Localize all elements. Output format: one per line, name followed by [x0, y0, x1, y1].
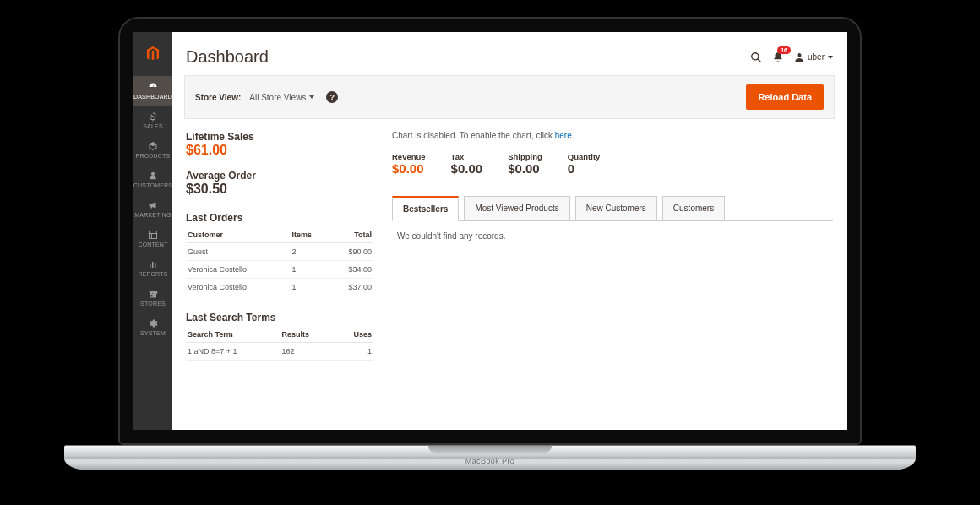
search-icon[interactable]: [750, 52, 762, 63]
kpi-value: $0.00: [451, 161, 483, 176]
dollar-icon: [148, 111, 158, 122]
layout-icon: [148, 230, 158, 240]
cell-customer: Guest: [186, 243, 291, 261]
cell-total: $90.00: [329, 243, 373, 261]
megaphone-icon: [148, 200, 158, 210]
sidebar-item-marketing[interactable]: MARKETING: [133, 194, 172, 224]
laptop-label: MacBook Pro: [466, 457, 514, 465]
tab-body: We couldn't find any records.: [392, 220, 833, 251]
app-root: DASHBOARDSALESPRODUCTSCUSTOMERSMARKETING…: [133, 32, 847, 430]
col-uses: Uses: [335, 327, 373, 343]
kpi-label: Tax: [451, 152, 483, 161]
stats-sidepanel: Lifetime Sales $61.00 Average Order $30.…: [186, 131, 373, 430]
store-view-select[interactable]: All Store Views: [249, 93, 314, 102]
sidebar-item-dashboard[interactable]: DASHBOARD: [133, 76, 172, 106]
sidebar-item-reports[interactable]: REPORTS: [133, 253, 172, 283]
kpi-tax: Tax$0.00: [451, 152, 483, 176]
cell-items: 2: [291, 243, 329, 261]
cell-total: $34.00: [329, 261, 373, 279]
kpi-label: Shipping: [508, 152, 542, 161]
table-header-row: Search Term Results Uses: [186, 327, 373, 343]
sidebar-item-system[interactable]: SYSTEM: [133, 312, 172, 342]
chart-msg-prefix: Chart is disabled. To enable the chart, …: [392, 131, 555, 140]
table-row[interactable]: Guest2$90.00: [186, 243, 373, 261]
kpi-value: $0.00: [508, 161, 542, 176]
storefront-icon: [148, 289, 158, 299]
svg-rect-5: [155, 263, 156, 269]
table-row[interactable]: Veronica Costello1$34.00: [186, 261, 373, 279]
sidebar-item-label: MARKETING: [134, 212, 171, 218]
table-row[interactable]: Veronica Costello1$37.00: [186, 279, 373, 296]
tab-customers[interactable]: Customers: [662, 196, 725, 221]
main-panel: Chart is disabled. To enable the chart, …: [392, 131, 833, 430]
col-items: Items: [291, 227, 329, 243]
last-search-table: Search Term Results Uses 1 aND 8=7 + 116…: [186, 327, 373, 361]
store-view-toolbar: Store View: All Store Views ? Reload Dat…: [184, 75, 835, 119]
tab-bestsellers[interactable]: Bestsellers: [392, 196, 459, 221]
dashboard-content: Lifetime Sales $61.00 Average Order $30.…: [172, 119, 847, 430]
cell-customer: Veronica Costello: [186, 261, 291, 279]
lifetime-sales-value: $61.00: [186, 143, 373, 158]
laptop-deck: MacBook Pro: [64, 445, 916, 470]
average-order-value: $30.50: [186, 182, 373, 197]
col-results: Results: [280, 327, 335, 343]
svg-rect-0: [150, 231, 157, 239]
col-total: Total: [329, 227, 373, 243]
tab-new-customers[interactable]: New Customers: [575, 196, 657, 221]
table-row[interactable]: 1 aND 8=7 + 11621: [186, 343, 373, 361]
lifetime-sales-block: Lifetime Sales $61.00: [186, 131, 373, 158]
page-header: Dashboard 16 uber: [172, 32, 847, 75]
account-username: uber: [808, 52, 825, 62]
table-header-row: Customer Items Total: [186, 227, 373, 243]
lifetime-sales-label: Lifetime Sales: [186, 131, 373, 143]
notifications-icon[interactable]: 16: [772, 52, 784, 63]
notifications-badge: 16: [777, 46, 791, 54]
store-view-value: All Store Views: [249, 93, 306, 102]
page-title: Dashboard: [186, 47, 750, 67]
cell-uses: 1: [335, 343, 373, 361]
kpi-quantity: Quantity0: [568, 152, 601, 176]
chevron-down-icon: [309, 95, 314, 99]
enable-chart-link[interactable]: here: [555, 131, 572, 140]
chart-disabled-message: Chart is disabled. To enable the chart, …: [392, 131, 833, 140]
sidebar-item-label: CONTENT: [138, 242, 167, 247]
cell-items: 1: [291, 261, 329, 279]
sidebar-item-customers[interactable]: CUSTOMERS: [133, 165, 172, 194]
col-term: Search Term: [186, 327, 280, 343]
help-icon[interactable]: ?: [326, 91, 338, 103]
sidebar-item-label: CUSTOMERS: [133, 182, 172, 188]
svg-rect-4: [152, 262, 154, 268]
tab-most-viewed-products[interactable]: Most Viewed Products: [464, 196, 569, 221]
kpi-row: Revenue$0.00Tax$0.00Shipping$0.00Quantit…: [392, 152, 833, 176]
person-icon: [148, 171, 158, 181]
laptop-notch: [428, 446, 552, 453]
kpi-value: $0.00: [392, 161, 426, 176]
col-customer: Customer: [186, 227, 291, 243]
laptop-mockup: DASHBOARDSALESPRODUCTSCUSTOMERSMARKETING…: [118, 17, 862, 470]
cell-term: 1 aND 8=7 + 1: [186, 343, 280, 361]
dashboard-icon: [148, 82, 158, 92]
sidebar-item-label: PRODUCTS: [136, 153, 171, 159]
sidebar-item-label: SALES: [143, 123, 163, 129]
cube-icon: [148, 141, 158, 151]
header-utilities: 16 uber: [750, 52, 833, 63]
cell-results: 162: [280, 343, 335, 361]
svg-rect-3: [150, 264, 151, 268]
sidebar-item-sales[interactable]: SALES: [133, 106, 172, 135]
sidebar-item-content[interactable]: CONTENT: [133, 224, 172, 253]
kpi-shipping: Shipping$0.00: [508, 152, 542, 176]
sidebar-item-label: SYSTEM: [140, 330, 166, 336]
cell-total: $37.00: [329, 279, 373, 296]
svg-point-6: [752, 52, 759, 59]
empty-records-message: We couldn't find any records.: [397, 231, 505, 241]
sidebar-item-products[interactable]: PRODUCTS: [133, 135, 172, 165]
account-menu[interactable]: uber: [794, 52, 833, 62]
last-orders-table: Customer Items Total Guest2$90.00Veronic…: [186, 227, 373, 296]
cell-items: 1: [291, 279, 329, 296]
magento-logo[interactable]: [133, 32, 172, 76]
admin-sidebar: DASHBOARDSALESPRODUCTSCUSTOMERSMARKETING…: [133, 32, 172, 430]
reload-data-button[interactable]: Reload Data: [746, 84, 824, 110]
sidebar-item-stores[interactable]: STORES: [133, 283, 172, 312]
sidebar-item-label: DASHBOARD: [133, 94, 172, 100]
average-order-block: Average Order $30.50: [186, 170, 373, 197]
